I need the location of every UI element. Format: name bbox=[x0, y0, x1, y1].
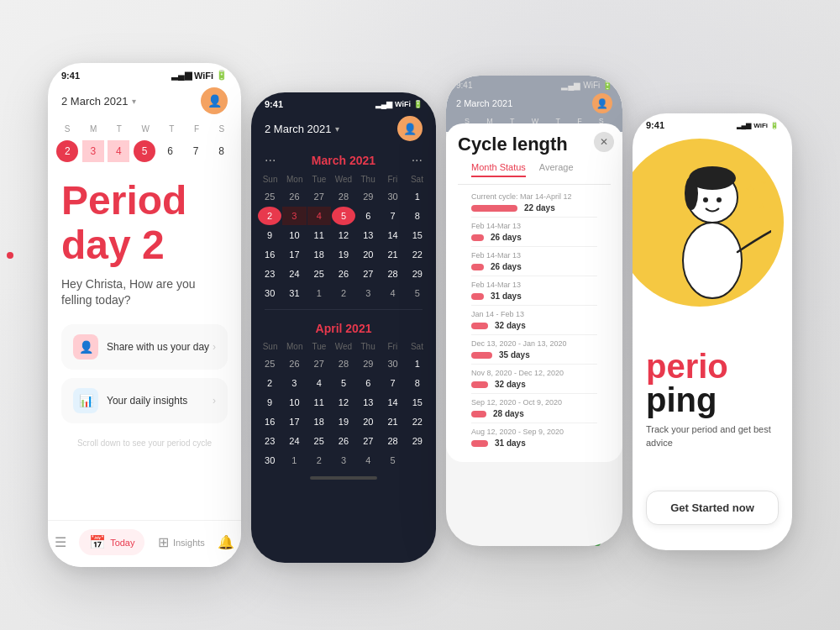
cal-cell[interactable]: 2 bbox=[307, 451, 331, 470]
nav-insights[interactable]: ⊞ Insights bbox=[158, 534, 205, 550]
cal-cell[interactable]: 8 bbox=[406, 207, 429, 225]
cal-cell[interactable]: 29 bbox=[356, 354, 380, 373]
cal-cell[interactable]: 27 bbox=[356, 432, 380, 450]
cal-cell[interactable]: 25 bbox=[307, 432, 331, 450]
cal-cell[interactable]: 27 bbox=[307, 354, 331, 373]
cal-cell[interactable]: 6 bbox=[356, 207, 380, 225]
cal-cell[interactable]: 14 bbox=[381, 226, 404, 244]
cal-cell[interactable]: 14 bbox=[381, 393, 404, 412]
phone3-tab-average[interactable]: Average bbox=[539, 162, 574, 177]
cal-cell[interactable]: 1 bbox=[282, 451, 306, 470]
cal-cell[interactable]: 25 bbox=[258, 187, 281, 206]
cal-cell[interactable]: 16 bbox=[258, 245, 281, 264]
cal-cell[interactable]: 24 bbox=[282, 265, 306, 283]
nav-menu[interactable]: ☰ bbox=[55, 534, 66, 550]
phone2-date[interactable]: 2 March 2021 bbox=[265, 123, 339, 135]
share-day-card[interactable]: 👤 Share with us your day › bbox=[61, 324, 228, 370]
phone2-avatar[interactable]: 👤 bbox=[397, 116, 423, 141]
cal-cell[interactable]: 13 bbox=[356, 393, 380, 412]
cal-cell[interactable]: 19 bbox=[332, 412, 355, 431]
cal-cell[interactable]: 2 bbox=[258, 374, 281, 392]
cal-cell[interactable]: 4 bbox=[381, 284, 404, 302]
cal-cell[interactable]: 6 bbox=[356, 374, 380, 392]
phone3-close-button[interactable]: ✕ bbox=[594, 132, 614, 152]
phone1-date[interactable]: 2 March 2021 bbox=[61, 95, 136, 108]
cal-cell[interactable]: 1 bbox=[307, 284, 331, 302]
cal-cell[interactable]: 25 bbox=[258, 354, 281, 373]
cal-cell[interactable]: 30 bbox=[381, 354, 404, 373]
cal-cell[interactable]: 15 bbox=[406, 226, 429, 244]
cal-day-4[interactable]: 4 bbox=[108, 140, 129, 162]
cal-cell[interactable]: 28 bbox=[381, 265, 404, 283]
cal-cell[interactable]: 18 bbox=[307, 245, 331, 264]
cal-day-6[interactable]: 6 bbox=[160, 140, 181, 162]
cal-cell[interactable]: 5 bbox=[381, 451, 404, 470]
cal-day-8[interactable]: 8 bbox=[211, 140, 233, 162]
cal-cell[interactable]: 10 bbox=[282, 226, 306, 244]
phone3-tab-month[interactable]: Month Status bbox=[471, 162, 526, 177]
cal-cell[interactable]: 3 bbox=[332, 451, 355, 470]
cal-cell[interactable]: 13 bbox=[356, 226, 380, 244]
cal-cell[interactable]: 25 bbox=[307, 265, 331, 283]
cal-cell[interactable]: 12 bbox=[332, 393, 355, 412]
cal-cell[interactable]: 15 bbox=[406, 393, 429, 412]
cal-cell[interactable]: 19 bbox=[332, 245, 355, 264]
cal-cell[interactable]: 18 bbox=[307, 412, 331, 431]
cal-cell[interactable]: 24 bbox=[282, 432, 306, 450]
cal-cell[interactable]: 9 bbox=[258, 393, 281, 412]
cal-cell[interactable]: 31 bbox=[282, 284, 306, 302]
cal-cell[interactable]: 1 bbox=[406, 354, 429, 373]
cal-day-5[interactable]: 5 bbox=[134, 140, 155, 162]
cal-cell[interactable]: 21 bbox=[381, 412, 404, 431]
cal-cell-2[interactable]: 2 bbox=[258, 207, 281, 225]
cal-cell[interactable]: 22 bbox=[406, 412, 429, 431]
cal-cell[interactable]: 5 bbox=[332, 374, 355, 392]
cal-cell[interactable]: 11 bbox=[307, 226, 331, 244]
cal-cell[interactable]: 4 bbox=[307, 207, 331, 225]
cal-day-3[interactable]: 3 bbox=[82, 140, 104, 162]
cal-cell[interactable]: 28 bbox=[381, 432, 404, 450]
nav-today[interactable]: 📅 Today bbox=[79, 529, 144, 555]
phone4-cta-button[interactable]: Get Started now bbox=[646, 491, 779, 525]
cal-cell[interactable]: 22 bbox=[406, 245, 429, 264]
cal-cell[interactable]: 3 bbox=[282, 374, 306, 392]
cal-cell[interactable]: 11 bbox=[307, 393, 331, 412]
cal-cell[interactable]: 26 bbox=[282, 354, 306, 373]
cal-cell[interactable]: 2 bbox=[332, 284, 355, 302]
cal-cell[interactable]: 10 bbox=[282, 393, 306, 412]
cal-cell[interactable]: 23 bbox=[258, 432, 281, 450]
cal-cell[interactable]: 20 bbox=[356, 245, 380, 264]
cal-cell[interactable]: 29 bbox=[406, 432, 429, 450]
cal-cell[interactable]: 28 bbox=[332, 187, 355, 206]
cal-cell[interactable]: 4 bbox=[356, 451, 380, 470]
nav-notifications[interactable]: 🔔 bbox=[218, 534, 234, 550]
cal-cell[interactable]: 27 bbox=[307, 187, 331, 206]
insights-card[interactable]: 📊 Your daily insights › bbox=[61, 378, 228, 423]
phone1-avatar[interactable]: 👤 bbox=[201, 87, 228, 114]
cal-cell[interactable]: 3 bbox=[282, 207, 306, 225]
cal-cell[interactable]: 1 bbox=[406, 187, 429, 206]
cal-cell[interactable]: 5 bbox=[406, 284, 429, 302]
cal-cell[interactable]: 20 bbox=[356, 412, 380, 431]
cal-cell[interactable]: 9 bbox=[258, 226, 281, 244]
cal-cell[interactable]: 26 bbox=[282, 187, 306, 206]
cal-cell[interactable]: 29 bbox=[356, 187, 380, 206]
cal-cell[interactable]: 23 bbox=[258, 265, 281, 283]
cal-cell[interactable]: 30 bbox=[381, 187, 404, 206]
cal-cell[interactable]: 12 bbox=[332, 226, 355, 244]
cal-day-2[interactable]: 2 bbox=[56, 140, 78, 162]
cal-cell[interactable]: 8 bbox=[406, 374, 429, 392]
cal-cell[interactable]: 3 bbox=[356, 284, 380, 302]
cal-cell[interactable]: 7 bbox=[381, 207, 404, 225]
cal-cell[interactable]: 26 bbox=[332, 432, 355, 450]
cal-cell[interactable]: 17 bbox=[282, 245, 306, 264]
cal-cell[interactable]: 16 bbox=[258, 412, 281, 431]
cal-day-7[interactable]: 7 bbox=[185, 140, 207, 162]
cal-cell[interactable]: 26 bbox=[332, 265, 355, 283]
cal-cell-5[interactable]: 5 bbox=[332, 207, 355, 225]
cal-cell[interactable]: 27 bbox=[356, 265, 380, 283]
cal-cell[interactable]: 29 bbox=[406, 265, 429, 283]
cal-cell[interactable]: 7 bbox=[381, 374, 404, 392]
cal-cell[interactable]: 17 bbox=[282, 412, 306, 431]
cal-cell[interactable]: 30 bbox=[258, 284, 281, 302]
